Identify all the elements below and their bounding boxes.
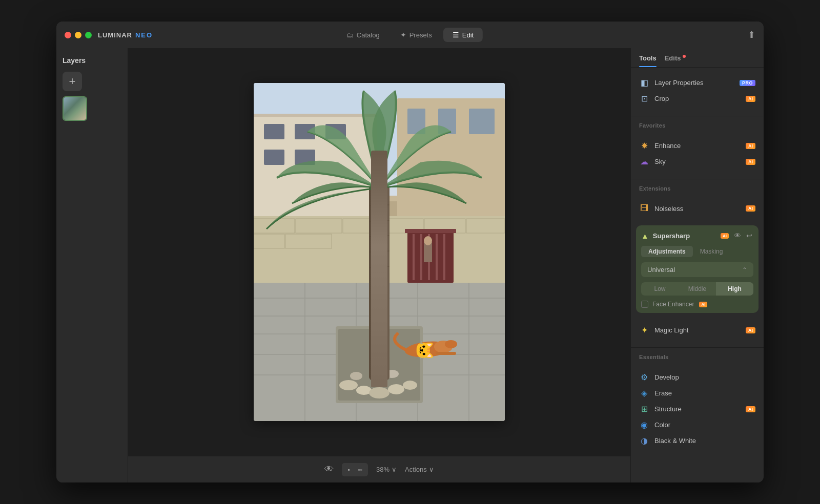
noiseless-icon: 🎞 (639, 204, 649, 213)
svg-line-51 (369, 236, 389, 237)
svg-rect-12 (469, 109, 495, 134)
adjustments-tab[interactable]: Adjustments (641, 246, 693, 257)
masking-tab[interactable]: Masking (693, 246, 730, 257)
svg-point-47 (385, 370, 399, 378)
develop-item[interactable]: ⚙ Develop (639, 369, 755, 385)
main-content: Layers + (56, 48, 764, 482)
supersharp-panel: ▲ Supersharp AI 👁 ↩ Adjustments Masking … (636, 225, 758, 313)
svg-point-46 (350, 372, 362, 380)
tab-catalog[interactable]: 🗂 Catalog (337, 28, 389, 42)
crop-label: Crop (654, 95, 741, 102)
bw-item[interactable]: ◑ Black & White (639, 433, 755, 449)
intensity-middle-button[interactable]: Middle (679, 282, 716, 296)
canvas-toolbar: 👁 ▪ ▫▫ 38% ∨ Actions ∨ (128, 456, 630, 482)
minimize-button[interactable] (75, 32, 81, 38)
divider-2 (631, 179, 764, 179)
dropdown-arrow-icon: ⌃ (742, 266, 747, 274)
layers-title: Layers (63, 56, 121, 65)
svg-rect-28 (443, 234, 445, 280)
view-toggle: ▪ ▫▫ (342, 463, 368, 476)
layer-thumbnail[interactable] (63, 96, 87, 121)
tab-catalog-label: Catalog (357, 31, 380, 39)
universal-value: Universal (647, 266, 675, 274)
favorites-label: Favorites (631, 118, 764, 131)
edits-dot (683, 55, 686, 58)
essentials-section: ⚙ Develop ◈ Erase ⊞ Structure AI ◉ Color (631, 362, 764, 456)
tab-presets-label: Presets (409, 31, 432, 39)
svg-rect-27 (436, 234, 438, 280)
crop-icon: ⊡ (639, 94, 649, 103)
split-view-button[interactable]: ▫▫ (354, 465, 367, 475)
share-icon[interactable]: ⬆ (748, 30, 755, 40)
erase-icon: ◈ (639, 388, 649, 398)
enhance-icon: ✸ (639, 141, 649, 151)
layer-properties-label: Layer Properties (654, 79, 734, 87)
structure-item[interactable]: ⊞ Structure AI (639, 401, 755, 417)
edit-icon: ☰ (453, 31, 459, 39)
supersharp-title: Supersharp (653, 232, 716, 240)
svg-line-50 (369, 220, 389, 221)
supersharp-controls: 👁 ↩ (733, 230, 753, 241)
visibility-icon[interactable]: 👁 (324, 464, 334, 475)
color-icon: ◉ (639, 420, 649, 430)
zoom-value: 38% (376, 466, 389, 473)
supersharp-visibility-button[interactable]: 👁 (733, 230, 742, 241)
supersharp-badge: AI (721, 233, 729, 239)
crop-item[interactable]: ⊡ Crop AI (639, 91, 755, 107)
color-item[interactable]: ◉ Color (639, 417, 755, 433)
erase-label: Erase (654, 389, 755, 397)
tab-edit[interactable]: ☰ Edit (443, 28, 483, 42)
actions-button[interactable]: Actions ∨ (405, 466, 434, 473)
extensions-section: 🎞 Noiseless AI (631, 194, 764, 223)
svg-point-45 (403, 381, 417, 390)
photo-image (254, 83, 505, 421)
enhance-label: Enhance (654, 142, 741, 150)
svg-line-49 (369, 205, 389, 206)
supersharp-reset-button[interactable]: ↩ (745, 230, 753, 241)
face-enhancer-checkbox[interactable] (641, 301, 648, 308)
tab-edits[interactable]: Edits (665, 54, 686, 67)
presets-icon: ✦ (400, 31, 406, 39)
svg-rect-7 (264, 150, 284, 165)
app-window: LUMINAR NEO 🗂 Catalog ✦ Presets ☰ Edit ⬆… (56, 22, 764, 482)
intensity-selector: Low Middle High (641, 282, 753, 296)
single-view-button[interactable]: ▪ (343, 465, 354, 475)
svg-rect-13 (254, 216, 505, 283)
face-enhancer-badge: AI (699, 302, 707, 307)
develop-label: Develop (654, 373, 755, 381)
universal-dropdown[interactable]: Universal ⌃ (641, 262, 753, 277)
enhance-item[interactable]: ✸ Enhance AI (639, 138, 755, 154)
panel-tabs: Tools Edits (631, 48, 764, 68)
noiseless-item[interactable]: 🎞 Noiseless AI (639, 201, 755, 216)
sky-item[interactable]: ☁ Sky AI (639, 154, 755, 170)
canvas-area: 👁 ▪ ▫▫ 38% ∨ Actions ∨ (128, 48, 630, 482)
maximize-button[interactable] (85, 32, 92, 38)
layer-properties-item[interactable]: ◧ Layer Properties PRO (639, 75, 755, 91)
right-panel: Tools Edits ◧ Layer Properties PRO ⊡ Cro… (630, 48, 764, 482)
intensity-low-button[interactable]: Low (641, 282, 679, 296)
crop-badge: AI (746, 96, 755, 102)
tab-tools[interactable]: Tools (639, 54, 657, 67)
zoom-indicator[interactable]: 38% ∨ (376, 466, 397, 473)
close-button[interactable] (65, 32, 71, 38)
tab-presets[interactable]: ✦ Presets (391, 28, 441, 42)
layers-panel: Layers + (56, 48, 128, 482)
svg-rect-24 (413, 234, 415, 280)
magic-light-item[interactable]: ✦ Magic Light AI (639, 322, 755, 338)
erase-item[interactable]: ◈ Erase (639, 385, 755, 401)
intensity-high-button[interactable]: High (716, 282, 753, 296)
svg-rect-23 (405, 229, 456, 233)
tab-edit-label: Edit (462, 31, 474, 39)
supersharp-header: ▲ Supersharp AI 👁 ↩ (641, 230, 753, 241)
app-neo-text: NEO (135, 31, 153, 39)
add-layer-button[interactable]: + (63, 72, 82, 91)
svg-point-59 (424, 236, 432, 245)
noiseless-label: Noiseless (654, 205, 741, 213)
divider-3 (631, 347, 764, 348)
svg-rect-48 (369, 185, 389, 380)
sky-label: Sky (654, 158, 741, 165)
svg-point-41 (339, 380, 358, 390)
actions-chevron-icon: ∨ (429, 466, 434, 473)
zoom-chevron-icon: ∨ (392, 466, 397, 473)
actions-label: Actions (405, 466, 427, 473)
